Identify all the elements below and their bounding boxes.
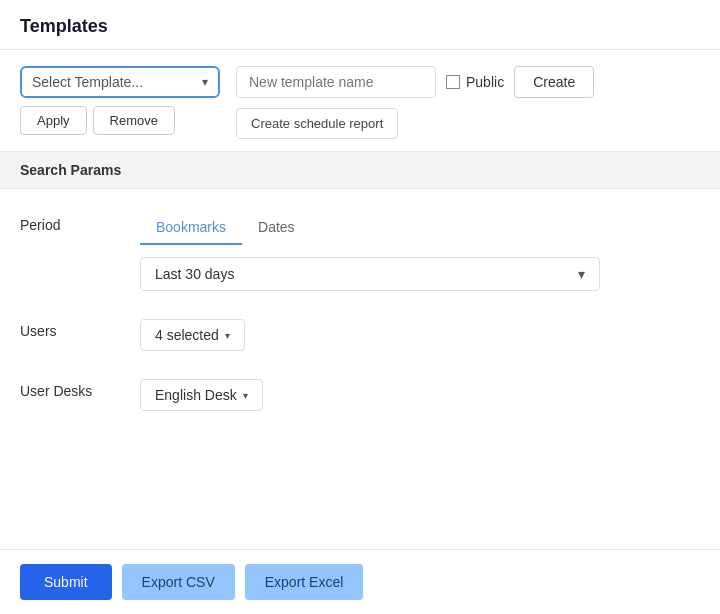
export-excel-button[interactable]: Export Excel (245, 564, 364, 600)
date-range-value: Last 30 days (155, 266, 234, 282)
tab-bookmarks[interactable]: Bookmarks (140, 213, 242, 245)
create-button[interactable]: Create (514, 66, 594, 98)
user-desks-dropdown[interactable]: English Desk ▾ (140, 379, 263, 411)
tab-dates[interactable]: Dates (242, 213, 311, 245)
select-template-dropdown[interactable]: Select Template... ▾ (20, 66, 220, 98)
user-desks-label: User Desks (20, 379, 140, 399)
template-section: Select Template... ▾ Apply Remove Public… (0, 50, 720, 152)
period-control: Bookmarks Dates Last 30 days ▾ (140, 213, 700, 291)
export-csv-button[interactable]: Export CSV (122, 564, 235, 600)
dropdown-arrow-icon: ▾ (225, 330, 230, 341)
template-action-buttons: Apply Remove (20, 106, 220, 135)
users-selected-value: 4 selected (155, 327, 219, 343)
public-label: Public (466, 74, 504, 90)
users-control: 4 selected ▾ (140, 319, 700, 351)
template-right: Public Create Create schedule report (236, 66, 594, 139)
dropdown-arrow-icon: ▾ (243, 390, 248, 401)
date-range-dropdown[interactable]: Last 30 days ▾ (140, 257, 600, 291)
template-right-top: Public Create (236, 66, 594, 98)
period-row: Period Bookmarks Dates Last 30 days ▾ (20, 213, 700, 291)
users-label: Users (20, 319, 140, 339)
page-title: Templates (20, 16, 108, 36)
bottom-action-bar: Submit Export CSV Export Excel (0, 549, 720, 614)
user-desks-value: English Desk (155, 387, 237, 403)
select-template-text: Select Template... (32, 74, 143, 90)
chevron-down-icon: ▾ (202, 75, 208, 89)
new-template-name-input[interactable] (236, 66, 436, 98)
user-desks-control: English Desk ▾ (140, 379, 700, 411)
users-multiselect-dropdown[interactable]: 4 selected ▾ (140, 319, 245, 351)
public-checkbox-wrapper[interactable]: Public (446, 74, 504, 90)
users-row: Users 4 selected ▾ (20, 319, 700, 351)
period-tabs: Bookmarks Dates (140, 213, 700, 245)
submit-button[interactable]: Submit (20, 564, 112, 600)
search-params-header: Search Params (0, 152, 720, 189)
user-desks-row: User Desks English Desk ▾ (20, 379, 700, 411)
remove-button[interactable]: Remove (93, 106, 175, 135)
search-params-body: Period Bookmarks Dates Last 30 days ▾ Us… (0, 189, 720, 459)
apply-button[interactable]: Apply (20, 106, 87, 135)
chevron-down-icon: ▾ (578, 266, 585, 282)
public-checkbox[interactable] (446, 75, 460, 89)
template-left: Select Template... ▾ Apply Remove (20, 66, 220, 135)
period-label: Period (20, 213, 140, 233)
page-header: Templates (0, 0, 720, 50)
search-params-title: Search Params (20, 162, 121, 178)
create-schedule-report-button[interactable]: Create schedule report (236, 108, 398, 139)
